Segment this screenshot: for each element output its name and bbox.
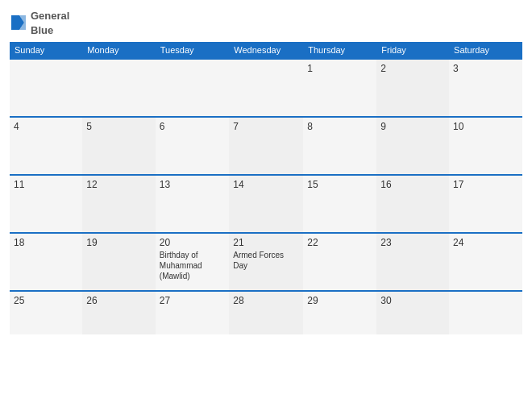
cell-date-number: 28 bbox=[233, 295, 299, 306]
calendar-page: General Blue Sunday Monday Tuesday Wedne… bbox=[0, 0, 532, 411]
cell-date-number: 21 bbox=[233, 237, 299, 248]
cell-date-number: 15 bbox=[307, 179, 372, 190]
cell-date-number: 14 bbox=[233, 179, 299, 190]
calendar-cell: 1 bbox=[303, 59, 376, 117]
weekday-friday: Friday bbox=[376, 42, 449, 59]
calendar-cell: 18 bbox=[10, 233, 82, 291]
calendar-week-row: 11121314151617 bbox=[10, 175, 522, 233]
calendar-cell: 3 bbox=[449, 59, 522, 117]
calendar-week-row: 252627282930 bbox=[10, 291, 522, 334]
calendar-cell: 12 bbox=[82, 175, 155, 233]
calendar-cell: 24 bbox=[449, 233, 522, 291]
calendar-cell bbox=[449, 291, 522, 334]
cell-date-number: 25 bbox=[14, 295, 78, 306]
calendar-cell: 13 bbox=[156, 175, 229, 233]
calendar-cell bbox=[82, 59, 155, 117]
weekday-header-row: Sunday Monday Tuesday Wednesday Thursday… bbox=[10, 42, 522, 59]
cell-date-number: 20 bbox=[160, 237, 225, 248]
cell-date-number: 4 bbox=[14, 121, 78, 132]
header: General Blue bbox=[10, 8, 522, 37]
cell-date-number: 8 bbox=[307, 121, 372, 132]
cell-date-number: 7 bbox=[233, 121, 299, 132]
calendar-cell: 29 bbox=[303, 291, 376, 334]
calendar-cell: 6 bbox=[156, 117, 229, 175]
cell-date-number: 2 bbox=[380, 63, 445, 74]
cell-date-number: 27 bbox=[160, 295, 225, 306]
calendar-cell: 21Armed Forces Day bbox=[229, 233, 303, 291]
calendar-cell: 11 bbox=[10, 175, 82, 233]
cell-date-number: 18 bbox=[14, 237, 78, 248]
cell-date-number: 30 bbox=[380, 295, 445, 306]
cell-event-label: Birthday of Muhammad (Mawlid) bbox=[160, 250, 225, 281]
calendar-cell: 15 bbox=[303, 175, 376, 233]
calendar-cell: 19 bbox=[82, 233, 155, 291]
cell-date-number: 29 bbox=[307, 295, 372, 306]
weekday-tuesday: Tuesday bbox=[156, 42, 229, 59]
weekday-thursday: Thursday bbox=[303, 42, 376, 59]
cell-date-number: 10 bbox=[453, 121, 518, 132]
logo: General Blue bbox=[10, 8, 69, 37]
calendar-week-row: 123 bbox=[10, 59, 522, 117]
cell-date-number: 12 bbox=[86, 179, 151, 190]
calendar-cell: 9 bbox=[376, 117, 449, 175]
calendar-cell: 10 bbox=[449, 117, 522, 175]
cell-date-number: 19 bbox=[86, 237, 151, 248]
calendar-table: Sunday Monday Tuesday Wednesday Thursday… bbox=[10, 42, 522, 334]
cell-date-number: 24 bbox=[453, 237, 518, 248]
cell-date-number: 17 bbox=[453, 179, 518, 190]
cell-event-label: Armed Forces Day bbox=[233, 250, 299, 271]
weekday-wednesday: Wednesday bbox=[229, 42, 303, 59]
cell-date-number: 5 bbox=[86, 121, 151, 132]
cell-date-number: 26 bbox=[86, 295, 151, 306]
cell-date-number: 16 bbox=[380, 179, 445, 190]
cell-date-number: 3 bbox=[453, 63, 518, 74]
calendar-cell: 28 bbox=[229, 291, 303, 334]
logo-icon bbox=[10, 14, 27, 31]
calendar-cell: 30 bbox=[376, 291, 449, 334]
calendar-cell: 23 bbox=[376, 233, 449, 291]
calendar-cell bbox=[156, 59, 229, 117]
calendar-cell bbox=[10, 59, 82, 117]
cell-date-number: 22 bbox=[307, 237, 372, 248]
calendar-cell: 20Birthday of Muhammad (Mawlid) bbox=[156, 233, 229, 291]
calendar-cell: 27 bbox=[156, 291, 229, 334]
calendar-cell: 22 bbox=[303, 233, 376, 291]
calendar-cell: 8 bbox=[303, 117, 376, 175]
weekday-sunday: Sunday bbox=[10, 42, 82, 59]
calendar-week-row: 45678910 bbox=[10, 117, 522, 175]
calendar-cell bbox=[229, 59, 303, 117]
cell-date-number: 11 bbox=[14, 179, 78, 190]
calendar-cell: 26 bbox=[82, 291, 155, 334]
calendar-cell: 16 bbox=[376, 175, 449, 233]
cell-date-number: 1 bbox=[307, 63, 372, 74]
weekday-saturday: Saturday bbox=[449, 42, 522, 59]
cell-date-number: 13 bbox=[160, 179, 225, 190]
calendar-cell: 2 bbox=[376, 59, 449, 117]
calendar-cell: 5 bbox=[82, 117, 155, 175]
cell-date-number: 6 bbox=[160, 121, 225, 132]
cell-date-number: 9 bbox=[380, 121, 445, 132]
logo-text: General Blue bbox=[31, 8, 69, 37]
calendar-cell: 14 bbox=[229, 175, 303, 233]
calendar-week-row: 181920Birthday of Muhammad (Mawlid)21Arm… bbox=[10, 233, 522, 291]
calendar-cell: 4 bbox=[10, 117, 82, 175]
cell-date-number: 23 bbox=[380, 237, 445, 248]
weekday-monday: Monday bbox=[82, 42, 155, 59]
calendar-cell: 7 bbox=[229, 117, 303, 175]
calendar-cell: 17 bbox=[449, 175, 522, 233]
calendar-cell: 25 bbox=[10, 291, 82, 334]
